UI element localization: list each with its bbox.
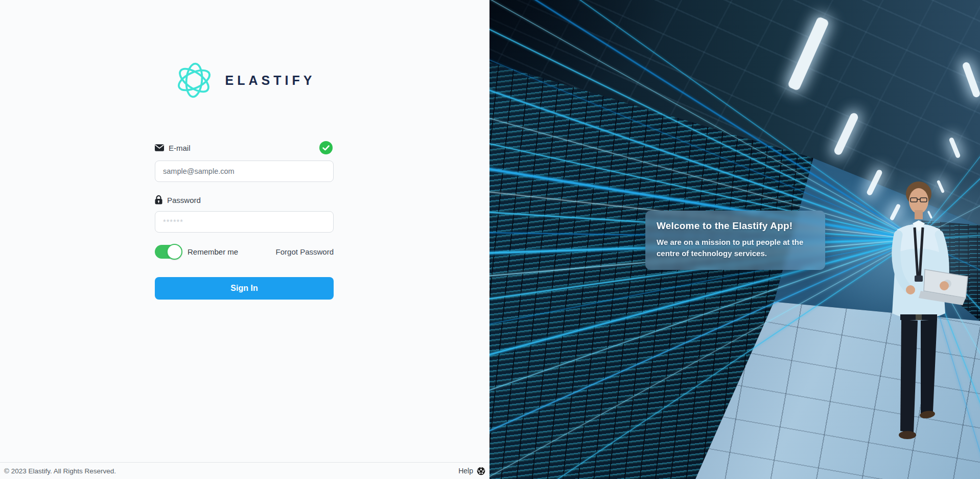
welcome-title: Welcome to the Elastify App!	[657, 220, 814, 232]
email-input[interactable]	[155, 161, 334, 182]
help-area: Help	[458, 467, 485, 475]
lock-icon	[155, 195, 162, 204]
soccer-ball-icon[interactable]	[477, 467, 485, 475]
remember-row: Remember me Forgot Password	[155, 243, 334, 260]
password-input[interactable]	[155, 211, 334, 233]
sign-in-button[interactable]: Sign In	[155, 277, 334, 300]
envelope-icon	[155, 144, 164, 151]
brand-atom-icon	[173, 59, 215, 101]
forgot-password-link[interactable]: Forgot Password	[276, 247, 334, 256]
valid-check-icon	[319, 141, 333, 154]
brand-name: ELASTIFY	[225, 73, 316, 88]
password-label-row: Password	[155, 193, 334, 207]
footer-bar: © 2023 Elastify. All Rights Reserved. He…	[0, 462, 489, 479]
copyright-text: © 2023 Elastify. All Rights Reserved.	[4, 467, 116, 475]
hero-panel: Welcome to the Elastify App! We are on a…	[489, 0, 980, 479]
password-label: Password	[167, 196, 201, 204]
remember-me-toggle[interactable]	[155, 245, 182, 259]
help-link[interactable]: Help	[458, 467, 473, 475]
email-label-row: E-mail	[155, 141, 334, 154]
remember-me-label: Remember me	[188, 247, 238, 256]
email-label: E-mail	[169, 144, 191, 152]
welcome-card: Welcome to the Elastify App! We are on a…	[645, 211, 825, 270]
login-panel: ELASTIFY E-mail	[0, 0, 489, 479]
person-illustration	[868, 176, 970, 442]
login-form: ELASTIFY E-mail	[155, 59, 334, 300]
welcome-subtitle: We are on a mission to put people at the…	[657, 237, 814, 259]
login-page: ELASTIFY E-mail	[0, 0, 980, 479]
toggle-knob	[167, 244, 182, 260]
brand-logo: ELASTIFY	[155, 59, 334, 101]
